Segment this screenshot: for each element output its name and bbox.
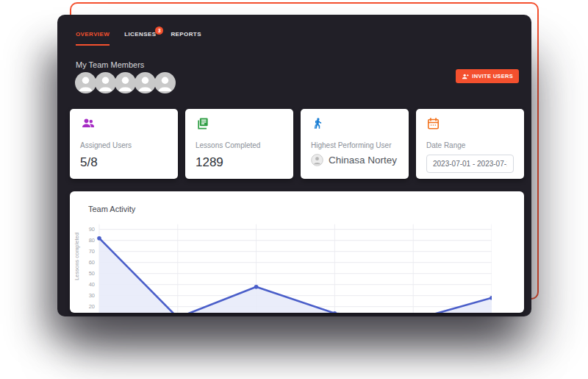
stat-card-value: 1289 <box>196 155 283 170</box>
stat-card-assigned-users: Assigned Users 5/8 <box>70 109 178 179</box>
invite-users-label: INVITE USERS <box>472 73 513 79</box>
group-icon <box>80 116 96 131</box>
stat-card-label: Date Range <box>426 141 514 149</box>
dashboard-panel: OVERVIEW LICENSES 3 REPORTS My Team Memb… <box>57 15 531 316</box>
tab-bar: OVERVIEW LICENSES 3 REPORTS <box>76 31 201 46</box>
invite-users-button[interactable]: INVITE USERS <box>456 69 519 83</box>
team-members-heading: My Team Members <box>76 60 144 69</box>
tab-reports-label: REPORTS <box>171 31 201 38</box>
stat-card-label: Highest Performing User <box>311 141 398 149</box>
member-avatar <box>154 72 176 93</box>
tab-licenses-label: LICENSES <box>124 31 156 38</box>
top-user-row: Chinasa Nortey <box>311 154 398 166</box>
tab-overview[interactable]: OVERVIEW <box>76 31 110 46</box>
svg-text:70: 70 <box>89 248 95 255</box>
stat-card-highest-performing-user: Highest Performing User Chinasa Nortey <box>301 109 409 179</box>
stat-card-lessons-completed: Lessons Completed 1289 <box>185 109 293 179</box>
svg-text:30: 30 <box>89 292 95 299</box>
member-avatar <box>95 72 116 93</box>
svg-text:20: 20 <box>89 303 95 310</box>
svg-text:40: 40 <box>89 281 95 288</box>
svg-text:60: 60 <box>89 259 95 266</box>
team-activity-line-chart: 9080706050403020 <box>79 221 492 313</box>
person-add-icon <box>462 73 469 80</box>
chart-title: Team Activity <box>88 205 135 213</box>
stat-card-value: 5/8 <box>80 155 168 170</box>
member-avatar <box>75 72 96 93</box>
svg-text:80: 80 <box>89 237 95 244</box>
stat-card-label: Assigned Users <box>80 141 168 149</box>
calendar-icon <box>426 116 440 131</box>
team-activity-card: Team Activity Lessons completed 90807060… <box>70 191 524 313</box>
stat-card-label: Lessons Completed <box>196 141 283 149</box>
lessons-icon <box>196 116 210 131</box>
tab-licenses[interactable]: LICENSES 3 <box>124 31 156 44</box>
top-user-name: Chinasa Nortey <box>329 155 397 166</box>
svg-text:50: 50 <box>89 270 95 277</box>
svg-text:90: 90 <box>89 226 95 233</box>
member-avatar <box>115 72 136 93</box>
marketing-stage: OVERVIEW LICENSES 3 REPORTS My Team Memb… <box>0 0 588 379</box>
stat-cards-row: Assigned Users 5/8 Lessons Completed 128… <box>70 109 524 179</box>
user-avatar-placeholder-icon <box>311 154 323 166</box>
hiker-icon <box>311 116 324 131</box>
date-range-input[interactable] <box>426 155 514 173</box>
licenses-count-badge: 3 <box>155 26 163 35</box>
member-avatar <box>135 72 156 93</box>
stat-card-date-range: Date Range <box>416 109 524 179</box>
team-avatar-group <box>75 72 174 93</box>
tab-reports[interactable]: REPORTS <box>171 31 201 44</box>
tab-overview-label: OVERVIEW <box>76 31 110 38</box>
